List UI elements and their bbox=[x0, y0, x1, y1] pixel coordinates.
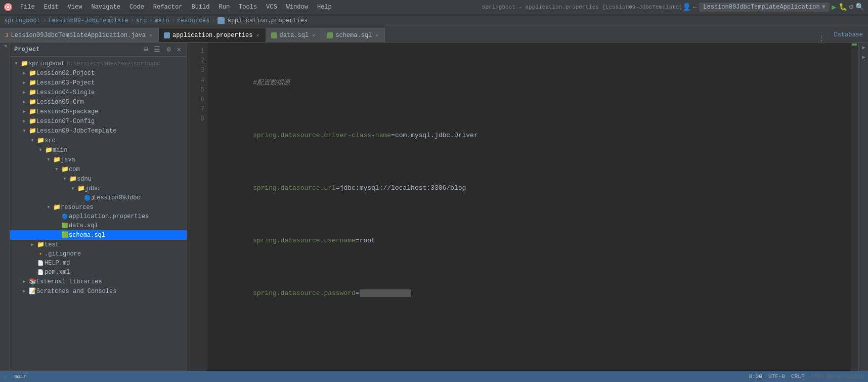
tree-scratches[interactable]: ▶ 📝 Scratches and Consoles bbox=[10, 286, 187, 296]
tree-test[interactable]: ▶ 📁 test bbox=[10, 240, 187, 249]
tree-lession02[interactable]: ▶ 📁 Lession02.Poject bbox=[10, 68, 187, 78]
menu-refactor[interactable]: Refactor bbox=[149, 3, 187, 12]
src-label: src bbox=[45, 137, 56, 144]
settings-icon[interactable]: ⚙ bbox=[849, 3, 853, 11]
status-encoding[interactable]: UTF-8 bbox=[768, 373, 785, 379]
project-sidebar: Project ⊞ ☰ ⚙ ✕ ▼ 📁 springboot D:\Projec… bbox=[10, 43, 187, 371]
tree-schemasql[interactable]: ▶ 🟩 schema.sql bbox=[10, 230, 187, 240]
project-tool-btn[interactable]: P bbox=[2, 45, 8, 48]
sidebar-collapse-btn[interactable]: ☰ bbox=[152, 45, 162, 54]
tab-java-close[interactable]: ✕ bbox=[148, 32, 153, 39]
sidebar-layout-btn[interactable]: ⊞ bbox=[142, 45, 149, 54]
tree-com[interactable]: ▼ 📁 com bbox=[10, 164, 187, 174]
code-line-5: spring.datasource.password=●●●●●●●● bbox=[213, 278, 845, 310]
scratches-label: Scratches and Consoles bbox=[36, 288, 116, 295]
lession05-label: Lession05-Crm bbox=[36, 99, 84, 106]
tree-lession05[interactable]: ▶ 📁 Lession05-Crm bbox=[10, 97, 187, 107]
menu-build[interactable]: Build bbox=[187, 3, 213, 12]
menu-view[interactable]: View bbox=[64, 3, 86, 12]
tab-schemasql-close[interactable]: ✕ bbox=[374, 32, 379, 39]
breadcrumb-file: application.properties bbox=[228, 17, 308, 24]
sidebar-settings-btn[interactable]: ⚙ bbox=[165, 45, 172, 54]
run-button[interactable]: ▶ bbox=[832, 2, 837, 12]
status-branch[interactable]: main bbox=[14, 373, 27, 379]
root-arrow-icon: ▼ bbox=[12, 61, 20, 66]
menu-edit[interactable]: Edit bbox=[40, 3, 63, 12]
resources-folder-icon: 📁 bbox=[53, 203, 61, 211]
tab-props-close[interactable]: ✕ bbox=[255, 32, 261, 39]
editor-area: 1 2 3 4 5 6 7 8 #配置数据源 spring.datasource… bbox=[187, 43, 858, 371]
breadcrumb-sep1: › bbox=[42, 17, 46, 24]
code-line-4: spring.datasource.username=root bbox=[213, 226, 845, 257]
tree-gitignore[interactable]: ▶ 🔸 .gitignore bbox=[10, 249, 187, 259]
menu-run[interactable]: Run bbox=[214, 3, 234, 12]
tree-sdnu[interactable]: ▼ 📁 sdnu bbox=[10, 174, 187, 184]
status-position[interactable]: 8:30 bbox=[749, 373, 762, 379]
lession07-label: Lession07-Config bbox=[36, 118, 95, 125]
java-file-icon: J bbox=[5, 32, 9, 38]
tab-schemasql[interactable]: schema.sql ✕ bbox=[322, 28, 385, 42]
menu-help[interactable]: Help bbox=[313, 3, 336, 12]
tree-pomxml[interactable]: ▶ 📄 pom.xml bbox=[10, 268, 187, 277]
tree-main[interactable]: ▼ 📁 main bbox=[10, 145, 187, 155]
menu-navigate[interactable]: Navigate bbox=[87, 3, 124, 12]
tree-jdbc[interactable]: ▼ 📁 jdbc bbox=[10, 184, 187, 193]
tree-root[interactable]: ▼ 📁 springboot D:\Project\IDEA2022\sprin… bbox=[10, 59, 187, 68]
menu-vcs[interactable]: VCS bbox=[262, 3, 281, 12]
tree-src[interactable]: ▼ 📁 src bbox=[10, 136, 187, 145]
lession02-arrow: ▶ bbox=[20, 70, 28, 76]
status-line-ending[interactable]: CRLF bbox=[791, 373, 804, 379]
sdnu-label: sdnu bbox=[77, 176, 92, 183]
tree-lession06[interactable]: ▶ 📁 Lession06-package bbox=[10, 107, 187, 116]
menu-code[interactable]: Code bbox=[125, 3, 148, 12]
right-panel-btn2[interactable]: ▶ bbox=[860, 54, 866, 60]
menu-file[interactable]: File bbox=[16, 3, 39, 12]
tree-datasql[interactable]: ▶ 🟩 data.sql bbox=[10, 221, 187, 230]
menu-window[interactable]: Window bbox=[282, 3, 312, 12]
breadcrumb-springboot[interactable]: springboot bbox=[4, 17, 40, 24]
line-numbers: 1 2 3 4 5 6 7 8 bbox=[187, 43, 207, 371]
sidebar-close-btn[interactable]: ✕ bbox=[176, 45, 183, 54]
key-4: spring.datasource.username bbox=[253, 237, 356, 244]
tree-java[interactable]: ▼ 📁 java bbox=[10, 155, 187, 164]
breadcrumb-main[interactable]: main bbox=[155, 17, 169, 24]
tree-lession07[interactable]: ▶ 📁 Lession07-Config bbox=[10, 116, 187, 126]
run-config-dropdown[interactable]: Lession09JdbcTemplateApplication ▼ bbox=[699, 3, 830, 12]
project-tree: ▼ 📁 springboot D:\Project\IDEA2022\sprin… bbox=[10, 57, 187, 371]
tab-database[interactable]: Database bbox=[829, 28, 868, 42]
tabs-overflow-button[interactable]: ⋮ bbox=[814, 34, 829, 42]
main-label: main bbox=[53, 147, 67, 154]
file-props-icon bbox=[218, 17, 225, 24]
code-editor[interactable]: #配置数据源 spring.datasource.driver-class-na… bbox=[207, 43, 851, 371]
tree-lession03[interactable]: ▶ 📁 Lession03-Poject bbox=[10, 78, 187, 88]
tab-datasql[interactable]: data.sql ✕ bbox=[266, 28, 322, 42]
tab-java[interactable]: J Lession09JdbcTemplateApplication.java … bbox=[0, 28, 159, 42]
extlibs-icon: 📚 bbox=[28, 278, 36, 285]
menu-tools[interactable]: Tools bbox=[235, 3, 261, 12]
schemasql-file-icon bbox=[327, 32, 333, 38]
tree-external-libraries[interactable]: ▶ 📚 External Libraries bbox=[10, 277, 187, 286]
title-bar: File Edit View Navigate Code Refactor Bu… bbox=[0, 0, 868, 14]
status-check[interactable]: ✓ bbox=[4, 373, 8, 380]
tab-props[interactable]: application.properties ✕ bbox=[159, 28, 266, 42]
search-icon[interactable]: 🔍 bbox=[855, 3, 864, 11]
tree-application-props[interactable]: ▶ 🔵 application.properties bbox=[10, 212, 187, 221]
tree-lession09[interactable]: ▼ 📁 Lession09-JdbcTemplate bbox=[10, 126, 187, 136]
debug-button[interactable]: 🐛 bbox=[839, 3, 847, 11]
right-panel-btn1[interactable]: ▶ bbox=[860, 45, 866, 50]
test-folder-icon: 📁 bbox=[36, 241, 45, 248]
user-icon[interactable]: 👤 bbox=[682, 3, 691, 11]
tree-resources[interactable]: ▼ 📁 resources bbox=[10, 202, 187, 212]
tree-lession09jdbc[interactable]: ▶ 🔵J Lession09Jdbc bbox=[10, 193, 187, 202]
root-folder-icon: 📁 bbox=[20, 60, 28, 67]
tab-datasql-close[interactable]: ✕ bbox=[311, 32, 316, 39]
editor-content[interactable]: 1 2 3 4 5 6 7 8 #配置数据源 spring.datasource… bbox=[187, 43, 858, 371]
breadcrumb-src[interactable]: src bbox=[136, 17, 147, 24]
status-bar: ✓ main 8:30 UTF-8 CRLF CSDN @Beyong2019 bbox=[0, 371, 868, 382]
src-folder-icon: 📁 bbox=[36, 137, 45, 144]
tree-helpmd[interactable]: ▶ 📄 HELP.md bbox=[10, 259, 187, 268]
tree-lession04[interactable]: ▶ 📁 Lession04-Single bbox=[10, 88, 187, 97]
breadcrumb-resources[interactable]: resources bbox=[177, 17, 210, 24]
nav-back[interactable]: ← bbox=[693, 3, 697, 11]
breadcrumb-lession09[interactable]: Lession09-JdbcTemplate bbox=[48, 17, 128, 24]
